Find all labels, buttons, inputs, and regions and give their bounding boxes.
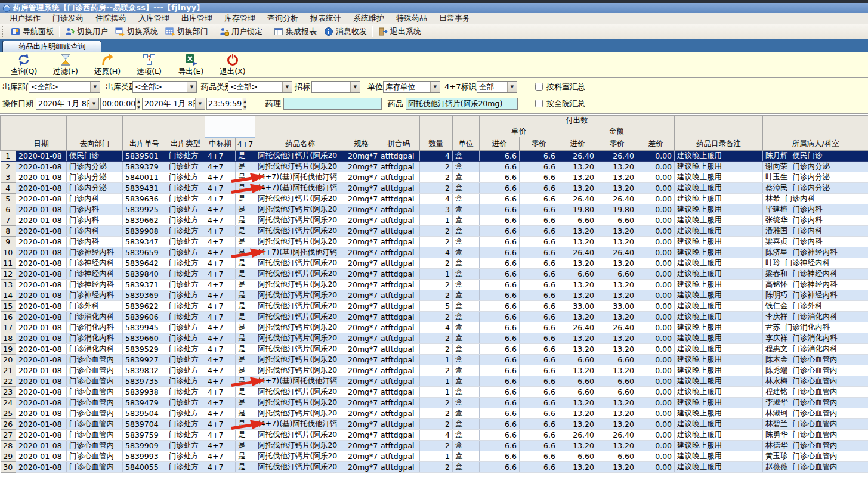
cell-dept[interactable]: 门诊心血管内 <box>67 365 123 376</box>
cell-pj[interactable]: 6.6 <box>480 322 520 333</box>
cell-is47[interactable]: 是 <box>236 322 255 333</box>
cell-cj[interactable]: 0.00 <box>637 269 675 280</box>
cell-bid[interactable]: 4+7 <box>205 151 236 162</box>
cell-cj[interactable]: 0.00 <box>637 280 675 290</box>
cell-cj[interactable]: 0.00 <box>637 290 675 301</box>
spinner-buttons[interactable]: ▲▼ <box>243 98 246 109</box>
cell-lje[interactable]: 13.20 <box>597 333 637 344</box>
chevron-down-icon[interactable]: ▼ <box>90 82 100 92</box>
cell-py[interactable]: atftdgpal <box>378 280 420 290</box>
cell-type[interactable]: 门诊处方 <box>166 215 205 226</box>
cell-qty[interactable]: 2 <box>420 333 453 344</box>
date-from-picker[interactable]: 2020年 1月 8日 ▼ <box>36 98 99 110</box>
cell-spec[interactable]: 20mg*7s <box>345 162 378 172</box>
message-button[interactable]: 消息收发 <box>320 25 370 38</box>
cell-bid[interactable]: 4+7 <box>205 355 236 365</box>
cell-lje[interactable]: 13.20 <box>597 237 637 247</box>
menu-item-3[interactable]: 入库管理 <box>132 13 175 24</box>
cell-drug[interactable]: 阿托伐他汀钙片(阿乐20 <box>255 398 345 408</box>
cell-n[interactable]: 26 <box>1 419 16 430</box>
cell-lj[interactable]: 6.6 <box>520 387 558 398</box>
cell-drug[interactable]: 阿托伐他汀钙片(阿乐20 <box>255 451 345 462</box>
cell-cj[interactable]: 0.00 <box>637 355 675 365</box>
cell-n[interactable]: 16 <box>1 312 16 322</box>
cell-cj[interactable]: 0.00 <box>637 398 675 408</box>
nav-panel-button[interactable]: 导航面板 <box>7 25 57 38</box>
table-row[interactable]: 242020-01-08门诊心血管内5839479门诊处方4+7是阿托伐他汀钙片… <box>1 398 868 408</box>
cell-note[interactable]: 建议晚上服用 <box>675 172 763 183</box>
cell-lje[interactable]: 6.60 <box>597 269 637 280</box>
cell-py[interactable]: atftdgpal <box>378 398 420 408</box>
cell-order[interactable]: 5839925 <box>123 204 166 215</box>
cell-spec[interactable]: 20mg*7s <box>345 387 378 398</box>
cell-bid[interactable]: 4+7 <box>205 344 236 355</box>
cell-n[interactable]: 28 <box>1 441 16 451</box>
cell-lj[interactable]: 6.6 <box>520 333 558 344</box>
table-row[interactable]: 192020-01-08门诊消化内科5839529门诊处方4+7是阿托伐他汀钙片… <box>1 344 868 355</box>
chevron-down-icon[interactable]: ▼ <box>89 98 98 109</box>
cell-note[interactable]: 建议晚上服用 <box>675 398 763 408</box>
cell-is47[interactable]: 是 <box>236 237 255 247</box>
cell-note[interactable]: 建议晚上服用 <box>675 290 763 301</box>
cell-drug[interactable]: 阿托伐他汀钙片(阿乐20 <box>255 387 345 398</box>
cell-is47[interactable]: 是 <box>236 441 255 451</box>
cell-unit[interactable]: 盒 <box>453 290 480 301</box>
cell-is47[interactable]: 是 <box>236 290 255 301</box>
header-retail-price[interactable]: 零价 <box>520 137 558 151</box>
cell-lje[interactable]: 13.20 <box>597 462 637 473</box>
cell-type[interactable]: 门诊处方 <box>166 204 205 215</box>
cell-drug[interactable]: 阿托伐他汀钙片(阿乐20 <box>255 355 345 365</box>
cell-note[interactable]: 建议晚上服用 <box>675 408 763 419</box>
cell-spec[interactable]: 20mg*7s <box>345 215 378 226</box>
exit-system-button[interactable]: 退出系统 <box>375 25 425 38</box>
cell-patient[interactable]: 林希 门诊内科 <box>763 194 868 204</box>
table-row[interactable]: 302020-01-08门诊心血管内5840055门诊处方4+7是阿托伐他汀钙片… <box>1 462 868 473</box>
cell-type[interactable]: 门诊处方 <box>166 365 205 376</box>
cell-dept[interactable]: 门诊神经内科 <box>67 258 123 269</box>
cell-is47[interactable]: 是 <box>236 215 255 226</box>
cell-qty[interactable]: 2 <box>420 183 453 194</box>
cell-n[interactable]: 14 <box>1 290 16 301</box>
cell-lj[interactable]: 6.6 <box>520 419 558 430</box>
cell-type[interactable]: 门诊处方 <box>166 280 205 290</box>
table-row[interactable]: 112020-01-08门诊神经内科5839642门诊处方4+7是阿托伐他汀钙片… <box>1 258 868 269</box>
cell-bid[interactable]: 4+7 <box>205 226 236 237</box>
cell-drug[interactable]: 阿托伐他汀钙片(阿乐20 <box>255 204 345 215</box>
cell-n[interactable]: 11 <box>1 258 16 269</box>
menu-item-1[interactable]: 门诊发药 <box>47 13 89 24</box>
cell-bid[interactable]: 4+7 <box>205 301 236 312</box>
cell-type[interactable]: 门诊处方 <box>166 194 205 204</box>
header-group-unit-price[interactable]: 单价 <box>480 126 558 137</box>
cell-pj[interactable]: 6.6 <box>480 162 520 172</box>
cell-note[interactable]: 建议晚上服用 <box>675 226 763 237</box>
cell-is47[interactable]: 是 <box>236 183 255 194</box>
cell-date[interactable]: 2020-01-08 <box>16 258 67 269</box>
cell-py[interactable]: atftdgpal <box>378 269 420 280</box>
cell-type[interactable]: 门诊处方 <box>166 441 205 451</box>
cell-drug[interactable]: 阿托伐他汀钙片(阿乐20 <box>255 344 345 355</box>
cell-pj[interactable]: 6.6 <box>480 151 520 162</box>
table-row[interactable]: 102020-01-08门诊神经内科5839659门诊处方4+7是(4+7)(基… <box>1 247 868 258</box>
header-purchase-price[interactable]: 进价 <box>480 137 520 151</box>
cell-is47[interactable]: 是 <box>236 269 255 280</box>
cell-spec[interactable]: 20mg*7s <box>345 237 378 247</box>
drug-input[interactable] <box>406 98 518 110</box>
cell-is47[interactable]: 是 <box>236 344 255 355</box>
cell-lj[interactable]: 6.6 <box>520 215 558 226</box>
cell-py[interactable]: atftdgpal <box>378 419 420 430</box>
cell-type[interactable]: 门诊处方 <box>166 183 205 194</box>
cell-lje[interactable]: 13.20 <box>597 226 637 237</box>
cell-pje[interactable]: 6.60 <box>558 355 597 365</box>
cell-pje[interactable]: 6.60 <box>558 376 597 387</box>
cell-pje[interactable]: 13.20 <box>558 312 597 322</box>
cell-lj[interactable]: 6.6 <box>520 151 558 162</box>
cell-patient[interactable]: 梁喜贞 门诊内科 <box>763 237 868 247</box>
cell-lje[interactable]: 33.00 <box>597 301 637 312</box>
table-row[interactable]: 232020-01-08门诊心血管内5839938门诊处方4+7是阿托伐他汀钙片… <box>1 387 868 398</box>
header-group-amount[interactable]: 金额 <box>558 126 675 137</box>
cell-note[interactable]: 建议晚上服用 <box>675 451 763 462</box>
cell-date[interactable]: 2020-01-08 <box>16 355 67 365</box>
cell-note[interactable]: 建议晚上服用 <box>675 247 763 258</box>
table-row[interactable]: 212020-01-08门诊心血管内5839832门诊处方4+7是阿托伐他汀钙片… <box>1 365 868 376</box>
cell-n[interactable]: 8 <box>1 226 16 237</box>
